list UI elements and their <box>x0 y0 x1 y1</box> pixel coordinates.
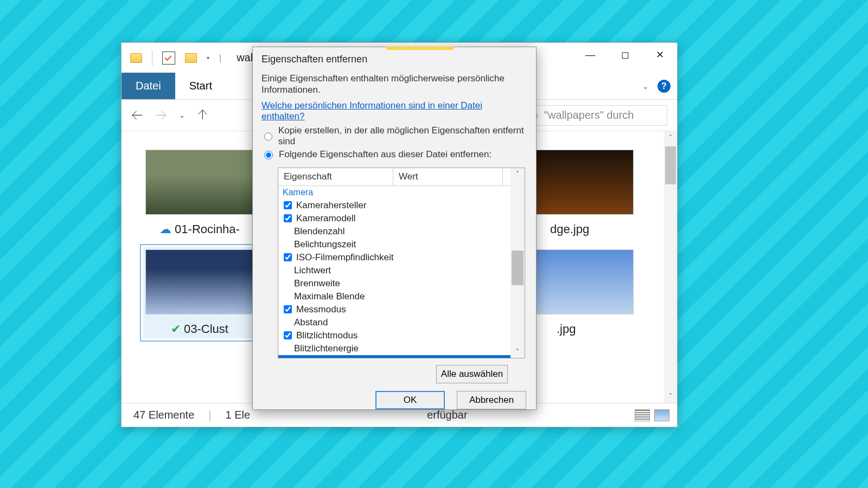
separator <box>152 50 152 66</box>
property-label: Abstand <box>294 317 328 328</box>
file-name: dge.jpg <box>550 222 589 236</box>
nav-back-icon[interactable]: 🡠 <box>131 108 143 123</box>
property-checkbox[interactable] <box>284 201 292 209</box>
column-property[interactable]: Eigenschaft <box>278 168 393 185</box>
qat-dropdown-icon[interactable]: ▾ <box>207 55 209 61</box>
property-row[interactable]: ISO-Filmempfindlichkeit <box>278 251 525 264</box>
file-name: 01-Rocinha- <box>175 222 240 236</box>
property-label: Blitzlichtenergie <box>294 343 359 354</box>
view-thumbnails-button[interactable] <box>654 409 669 421</box>
property-row[interactable]: 35mm Brennweite <box>278 355 525 358</box>
property-list-header: Eigenschaft Wert <box>278 168 525 186</box>
search-placeholder: "wallpapers" durch <box>544 109 634 121</box>
search-input[interactable]: ⌕ "wallpapers" durch <box>526 105 667 126</box>
file-item[interactable]: .jpg <box>525 249 634 336</box>
thumbnail-image <box>525 249 634 314</box>
property-row[interactable]: Kamerahersteller <box>278 199 525 212</box>
scroll-up-icon[interactable]: ˄ <box>664 131 677 144</box>
file-name: 03-Clust <box>184 322 228 336</box>
highlight-annotation <box>386 47 454 50</box>
property-row[interactable]: Blendenzahl <box>278 225 525 238</box>
thumbnail-image <box>145 150 254 215</box>
radio-remove-selected[interactable]: Folgende Eigenschaften aus dieser Datei … <box>261 149 527 160</box>
thumbnail-image <box>525 150 634 215</box>
file-scrollbar[interactable]: ˄ ˅ <box>664 131 677 403</box>
radio-input[interactable] <box>264 151 273 159</box>
separator: | <box>219 53 221 63</box>
list-scrollbar[interactable]: ˄ ˅ <box>510 168 525 358</box>
scroll-thumb[interactable] <box>665 146 676 184</box>
property-label: Maximale Blende <box>294 291 365 302</box>
property-row[interactable]: Belichtungszeit <box>278 238 525 251</box>
property-label: Messmodus <box>296 304 346 315</box>
property-label: Brennweite <box>294 278 340 289</box>
property-label: ISO-Filmempfindlichkeit <box>296 252 394 263</box>
tab-start[interactable]: Start <box>175 73 226 99</box>
tab-file[interactable]: Datei <box>122 73 175 99</box>
window-title: wal <box>237 52 253 64</box>
scroll-down-icon[interactable]: ˅ <box>664 390 677 403</box>
property-checkbox[interactable] <box>284 305 292 313</box>
nav-forward-icon[interactable]: 🡢 <box>155 108 167 123</box>
file-name: .jpg <box>557 322 576 336</box>
property-label: Blendenzahl <box>294 226 345 237</box>
property-label: Kamerahersteller <box>296 200 366 211</box>
property-checkbox[interactable] <box>284 214 292 222</box>
minimize-button[interactable]: — <box>573 43 608 67</box>
cloud-icon: ☁ <box>159 222 171 236</box>
scroll-up-icon[interactable]: ˄ <box>510 168 525 180</box>
scroll-down-icon[interactable]: ˅ <box>510 346 525 358</box>
property-label: 35mm Brennweite <box>296 356 371 358</box>
property-label: Kameramodell <box>296 213 356 224</box>
property-row[interactable]: Abstand <box>278 316 525 329</box>
dialog-intro: Einige Eigenschaften enthalten möglicher… <box>261 73 527 96</box>
remove-properties-dialog: Eigenschaften entfernen Einige Eigenscha… <box>252 47 537 410</box>
help-icon[interactable]: ? <box>658 80 671 93</box>
property-row[interactable]: Blitzlichtenergie <box>278 342 525 355</box>
property-row[interactable]: Kameramodell <box>278 212 525 225</box>
thumbnail-image <box>145 249 254 314</box>
file-item[interactable]: ☁ 01-Rocinha- <box>145 150 254 236</box>
property-list: Eigenschaft Wert KameraKameraherstellerK… <box>278 168 525 358</box>
property-row[interactable]: Blitzlichtmodus <box>278 329 525 342</box>
property-checkbox[interactable] <box>284 331 292 339</box>
property-label: Blitzlichtmodus <box>296 330 358 341</box>
close-button[interactable]: ✕ <box>642 43 677 67</box>
ok-button[interactable]: OK <box>375 391 445 409</box>
radio-label: Folgende Eigenschaften aus dieser Datei … <box>279 149 492 160</box>
property-row[interactable]: Messmodus <box>278 303 525 316</box>
qat-properties-icon[interactable] <box>162 52 175 65</box>
property-label: Lichtwert <box>294 265 331 276</box>
property-checkbox[interactable] <box>284 253 292 261</box>
maximize-button[interactable]: ◻ <box>608 43 642 67</box>
file-item-selected[interactable]: ✔ 03-Clust <box>143 247 256 338</box>
property-checkbox[interactable] <box>284 357 292 358</box>
radio-label: Kopie erstellen, in der alle möglichen E… <box>278 125 527 147</box>
property-label: Belichtungszeit <box>294 239 356 250</box>
radio-create-copy[interactable]: Kopie erstellen, in der alle möglichen E… <box>261 125 527 147</box>
ribbon-collapse-icon[interactable]: ⌄ <box>642 82 649 91</box>
property-row[interactable]: Lichtwert <box>278 264 525 277</box>
separator: | <box>208 409 211 421</box>
view-details-button[interactable] <box>635 409 650 421</box>
file-item[interactable]: dge.jpg <box>525 150 634 236</box>
dialog-title: Eigenschaften entfernen <box>253 47 536 70</box>
status-selected: 1 Ele <box>226 409 251 421</box>
nav-recent-dropdown-icon[interactable]: ⌄ <box>179 111 185 119</box>
property-row[interactable]: Brennweite <box>278 277 525 290</box>
cancel-button[interactable]: Abbrechen <box>457 391 526 409</box>
check-circle-icon: ✔ <box>171 322 181 336</box>
select-all-button[interactable]: Alle auswählen <box>436 365 508 383</box>
scroll-thumb[interactable] <box>512 251 524 285</box>
nav-up-icon[interactable]: 🡡 <box>197 108 209 123</box>
radio-input[interactable] <box>264 132 272 141</box>
column-value[interactable]: Wert <box>393 168 503 185</box>
property-group: Kamera <box>278 186 525 199</box>
folder-icon <box>185 53 197 63</box>
dialog-help-link[interactable]: Welche persönlichen Informationen sind i… <box>261 100 482 121</box>
status-count: 47 Elemente <box>133 409 194 421</box>
property-row[interactable]: Maximale Blende <box>278 290 525 303</box>
folder-icon <box>130 53 142 63</box>
